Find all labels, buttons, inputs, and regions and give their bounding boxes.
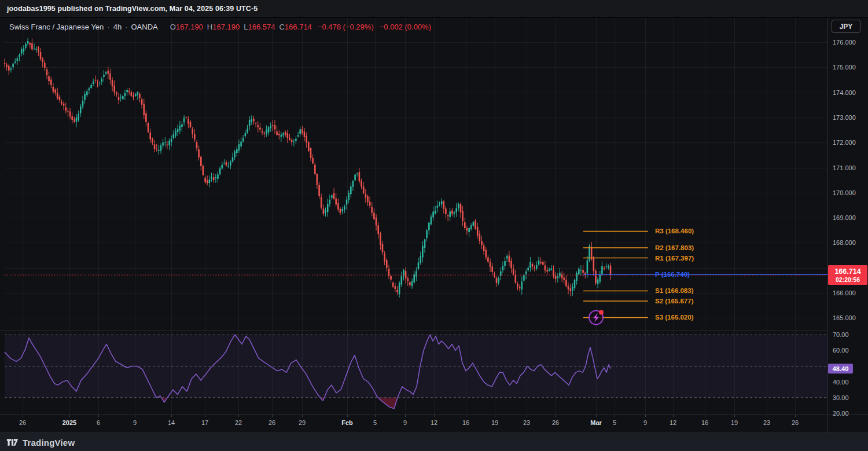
time-scale[interactable] <box>0 415 868 432</box>
rsi-pane[interactable] <box>0 332 827 415</box>
tradingview-wordmark[interactable]: TradingView <box>23 438 75 448</box>
published-header-bar: joodabas1995 published on TradingView.co… <box>0 0 868 17</box>
flash-idea-button[interactable] <box>588 309 604 325</box>
price-scale[interactable] <box>827 18 868 415</box>
branding-bar: TradingView <box>0 432 868 451</box>
published-header-text: joodabas1995 published on TradingView.co… <box>7 5 258 13</box>
chart-area: R3 (168.460)R2 (167.803)R1 (167.397)P (1… <box>0 17 868 432</box>
tradingview-logo-icon[interactable] <box>6 438 19 446</box>
price-pane[interactable] <box>0 18 827 331</box>
